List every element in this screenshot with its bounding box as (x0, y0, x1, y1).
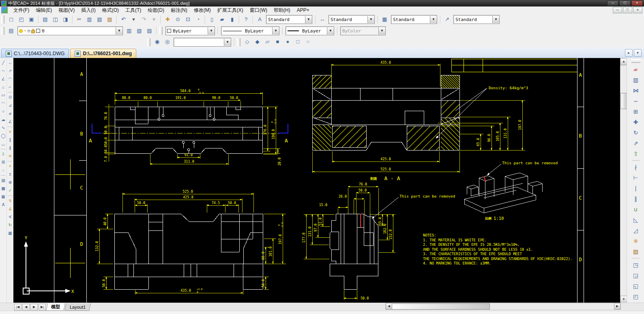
vertical-scroll-thumb[interactable] (620, 93, 627, 109)
chevron-down-icon[interactable]: ▼ (208, 27, 215, 34)
dim-aligned-icon[interactable]: ↗ (7, 68, 13, 74)
dim-update-icon[interactable]: ↻ (7, 222, 13, 228)
cut-icon[interactable]: ✂ (75, 15, 84, 24)
dim-diameter-icon[interactable]: ⌀ (7, 110, 13, 117)
minimize-button[interactable]: ─ (607, 0, 618, 6)
menu-file[interactable]: 文件(F) (10, 6, 32, 14)
drawing-canvas[interactable]: A B C D A B C D Y X (13, 58, 620, 303)
dim-continue-icon[interactable]: ∦ (7, 145, 13, 151)
rectangle-icon[interactable]: ▭ (0, 92, 6, 99)
vs-2d-wireframe-icon[interactable]: ◇ (243, 37, 252, 47)
match-properties-icon[interactable]: ▨ (105, 15, 114, 24)
layer-combo[interactable]: ☀ ▤ 0 ▼ (17, 26, 123, 35)
menu-tools[interactable]: 工具(T) (122, 6, 144, 14)
dim-break-icon[interactable]: ≠ (7, 163, 13, 170)
construction-line-icon[interactable]: ─ (0, 68, 6, 74)
erase-icon[interactable]: ▰ (631, 65, 641, 75)
render-icon[interactable]: ◉ (152, 37, 162, 47)
close-button[interactable]: × (631, 0, 643, 6)
mtext-icon[interactable]: A (0, 202, 6, 208)
vs-flat-edges-icon[interactable]: □ (293, 37, 303, 47)
menu-insert[interactable]: 插入(I) (78, 6, 99, 14)
vs-hidden-icon[interactable]: ▱ (263, 37, 272, 47)
prev-layout-icon[interactable]: ◀ (22, 304, 30, 311)
linetype-combo[interactable]: ByLayer ▼ (221, 26, 279, 35)
layer-previous-icon[interactable]: ▧ (135, 26, 144, 36)
design-center-icon[interactable]: ▰ (217, 15, 227, 24)
ellipse-arc-icon[interactable]: ◡ (0, 141, 6, 147)
table-style-icon[interactable]: ▦ (380, 15, 389, 24)
scroll-right-icon[interactable]: ▶ (614, 303, 620, 310)
dim-jogged-icon[interactable]: ⊿ (7, 102, 13, 109)
copy-object-icon[interactable]: ▥ (631, 75, 641, 85)
insert-block-icon[interactable]: ⇩ (0, 151, 6, 157)
layer-translate-icon[interactable]: ▨ (145, 26, 154, 36)
send-to-back-icon[interactable]: ◲ (631, 271, 641, 281)
vs-gouraud-icon[interactable]: ● (283, 37, 292, 47)
revcloud-icon[interactable]: ☁ (0, 116, 6, 123)
vs-gouraud-edges-icon[interactable]: ○ (303, 37, 313, 47)
restore-button[interactable]: □ (619, 0, 631, 6)
dim-jog-line-icon[interactable]: ↯ (7, 198, 13, 204)
last-layout-icon[interactable]: ▶| (39, 304, 46, 311)
text-style-combo[interactable]: Standard▼ (266, 15, 312, 24)
layer-plot-icon[interactable]: ▤ (28, 29, 30, 33)
menu-draw[interactable]: 绘图(D) (144, 6, 167, 14)
menu-modify[interactable]: 修改(M) (191, 6, 214, 14)
redo-dropdown-icon[interactable]: ▾ (149, 15, 159, 24)
next-layout-icon[interactable]: ▶ (30, 304, 38, 311)
horizontal-scrollbar[interactable]: ◀ ▶ (385, 303, 621, 310)
center-mark-icon[interactable]: ⊕ (7, 179, 13, 186)
new-file-icon[interactable]: ◻ (6, 15, 16, 24)
array-icon[interactable]: ⊞ (631, 107, 641, 117)
named-view-combo[interactable]: ▼ (174, 38, 231, 47)
ellipse-icon[interactable]: ◯ (0, 133, 6, 139)
toolbar-grip[interactable] (147, 38, 150, 46)
extend-icon[interactable]: ⊢ (631, 173, 641, 183)
trim-icon[interactable]: ∤ (631, 163, 641, 172)
tool-palettes-icon[interactable]: ▮ (228, 15, 237, 24)
tab-model[interactable]: 模型 (46, 303, 65, 311)
menu-help[interactable]: 帮助(H) (270, 6, 294, 14)
zoom-realtime-icon[interactable]: ⊙ (173, 15, 182, 24)
chevron-down-icon[interactable]: ▼ (116, 27, 122, 34)
toolbar-grip[interactable] (159, 27, 163, 35)
chevron-down-icon[interactable]: ▼ (327, 27, 334, 34)
copy-icon[interactable]: ▥ (85, 15, 94, 24)
dim-text-edit-icon[interactable]: ∢ (7, 214, 13, 220)
toolbar-grip[interactable] (237, 38, 240, 46)
arc-icon[interactable]: ◠ (0, 100, 6, 107)
redo-icon[interactable]: ↷ (139, 15, 148, 24)
toolbar-grip[interactable] (631, 59, 640, 63)
named-view-icon[interactable]: ◎ (163, 37, 172, 47)
table-style-combo[interactable]: Standard▼ (391, 15, 437, 24)
toolbar-grip[interactable] (1, 27, 4, 35)
dim-space-icon[interactable]: ≋ (7, 153, 13, 159)
mdi-close-button[interactable]: × (633, 7, 642, 13)
polyline-icon[interactable]: ∠ (0, 76, 6, 82)
chevron-down-icon[interactable]: ▼ (224, 39, 231, 46)
point-icon[interactable]: ∴ (0, 167, 6, 174)
paste-icon[interactable]: ▧ (95, 15, 104, 24)
mleader-style-combo[interactable]: Standard▼ (453, 15, 500, 24)
tab-list-icon[interactable]: ▾ (634, 49, 642, 57)
menu-edit[interactable]: 编辑(E) (32, 6, 55, 14)
first-layout-icon[interactable]: |◀ (14, 304, 21, 311)
stretch-icon[interactable]: ⇧ (631, 149, 641, 159)
color-combo[interactable]: ByLayer ▼ (165, 26, 215, 35)
polygon-icon[interactable]: ⌂ (0, 84, 6, 90)
gradient-icon[interactable]: ▩ (0, 185, 6, 192)
pan-icon[interactable]: ✚ (163, 15, 172, 24)
bring-to-front-icon[interactable]: ◳ (631, 260, 641, 270)
layer-thaw-icon[interactable]: ☀ (24, 29, 26, 33)
dim-edit-icon[interactable]: ∡ (7, 206, 13, 212)
menu-dimension[interactable]: 标注(N) (167, 6, 191, 14)
vs-flat-icon[interactable]: ■ (273, 37, 282, 47)
layer-lock-icon[interactable] (31, 30, 35, 33)
properties-palette-icon[interactable]: ▯ (207, 15, 217, 24)
chevron-down-icon[interactable]: ▼ (305, 16, 312, 23)
menu-window[interactable]: 窗口(W) (247, 6, 270, 14)
send-under-icon[interactable]: ◰ (631, 292, 641, 302)
fillet-icon[interactable]: ◿ (631, 226, 641, 236)
chamfer-icon[interactable]: ◺ (631, 215, 641, 225)
